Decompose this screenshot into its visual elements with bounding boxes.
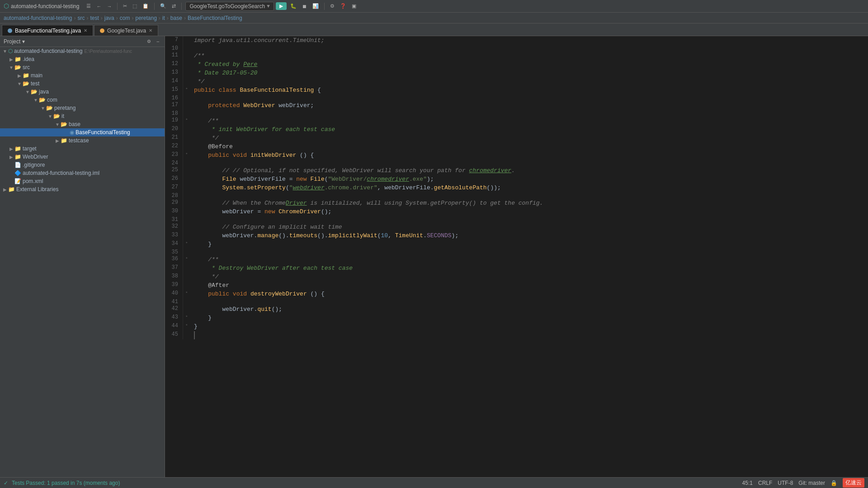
vcs-status[interactable]: Git: master [798, 480, 825, 486]
line-num-39: 39 [165, 281, 183, 290]
status-tests: Tests Passed: 1 passed in 7s (moments ag… [12, 480, 120, 486]
tree-label-pom: pom.xml [23, 178, 43, 184]
tree-item-test[interactable]: ▼ 📂 test [0, 80, 165, 88]
line-content-13: * Date 2017-05-20 [190, 69, 868, 77]
forward-btn[interactable]: → [105, 3, 113, 10]
encoding[interactable]: UTF-8 [778, 480, 793, 486]
line-content-38: */ [190, 272, 868, 281]
breadcrumb-base[interactable]: base [170, 15, 182, 21]
line-content-37: * Destroy WebDriver after each test case [190, 264, 868, 272]
cursor-position[interactable]: 45:1 [742, 480, 753, 486]
replace-btn[interactable]: ⇄ [170, 2, 178, 10]
paste-btn[interactable]: 📋 [141, 2, 151, 10]
tree-label-src: src [23, 64, 30, 70]
breadcrumb-java[interactable]: java [104, 15, 114, 21]
copy-btn[interactable]: ⬚ [131, 2, 139, 10]
tree-item-java[interactable]: ▼ 📂 java [0, 88, 165, 96]
line-content-16 [190, 94, 868, 101]
toggle-testcase: ▶ [54, 138, 61, 143]
tree-item-base[interactable]: ▼ 📂 base [0, 120, 165, 128]
breadcrumb-src[interactable]: src [77, 15, 85, 21]
gutter-40: ◦ [183, 290, 190, 298]
line-num-28: 28 [165, 192, 183, 199]
tab-google-test[interactable]: GoogleTest.java ✕ [94, 25, 158, 36]
gutter-44: ◦ [183, 322, 190, 331]
tree-item-src[interactable]: ▼ 📂 src [0, 63, 165, 71]
line-num-34: 34 [165, 240, 183, 249]
gutter-35 [183, 249, 190, 255]
code-line-31: 31 [165, 216, 868, 223]
code-line-26: 26 File webDriverFile = new File("WebDri… [165, 175, 868, 183]
code-line-19: 19 ◦ /** [165, 117, 868, 125]
line-content-21: */ [190, 134, 868, 142]
line-ending[interactable]: CRLF [758, 480, 772, 486]
run-button[interactable]: ▶ [276, 2, 287, 10]
run-config[interactable]: GoogleTest.goToGoogleSearch ▼ [185, 2, 274, 11]
line-num-16: 16 [165, 94, 183, 101]
tree-item-gitignore[interactable]: 📄 .gitignore [0, 161, 165, 169]
tree-item-testcase[interactable]: ▶ 📁 testcase [0, 136, 165, 145]
line-content-23: public void initWebDriver () { [190, 151, 868, 160]
breadcrumb-root[interactable]: automated-functional-testing [4, 15, 72, 21]
tree-item-external[interactable]: ▶ 📁 External Libraries [0, 185, 165, 193]
line-num-17: 17 [165, 101, 183, 110]
sidebar-collapse-btn[interactable]: – [155, 38, 161, 45]
breadcrumb-file[interactable]: BaseFunctionalTesting [188, 15, 242, 21]
line-content-22: @Before [190, 142, 868, 151]
line-content-11: /** [190, 52, 868, 60]
line-content-28 [190, 192, 868, 199]
tree-item-it[interactable]: ▼ 📂 it [0, 112, 165, 120]
gutter-45 [183, 331, 190, 339]
tab-base-functional-testing[interactable]: BaseFunctionalTesting.java ✕ [2, 25, 93, 36]
line-content-25: // // Optional, if not specified, WebDri… [190, 166, 868, 175]
line-num-44: 44 [165, 322, 183, 331]
code-line-13: 13 * Date 2017-05-20 [165, 69, 868, 77]
breadcrumb-com[interactable]: com [120, 15, 130, 21]
gutter-15: ◦ [183, 86, 190, 94]
tree-item-pom[interactable]: 📝 pom.xml [0, 177, 165, 185]
code-line-27: 27 System.setProperty("webdriver.chrome.… [165, 183, 868, 192]
tree-item-root[interactable]: ▼ ⬡ automated-functional-testing E:\Pere… [0, 47, 165, 55]
sep4: › [116, 15, 118, 21]
code-line-34: 34 ◦ } [165, 240, 868, 249]
breadcrumb-peretang[interactable]: peretang [135, 15, 156, 21]
find-btn[interactable]: 🔍 [158, 2, 168, 10]
breadcrumb-it[interactable]: it [162, 15, 165, 21]
menu-btn[interactable]: ☰ [85, 2, 93, 10]
gutter-38 [183, 272, 190, 281]
tab-close-google[interactable]: ✕ [149, 28, 152, 33]
sidebar-settings-btn[interactable]: ⚙ [145, 38, 153, 45]
tree-item-idea[interactable]: ▶ 📁 .idea [0, 55, 165, 63]
debug-btn[interactable]: 🐛 [288, 2, 298, 10]
tree-item-main[interactable]: ▶ 📁 main [0, 71, 165, 80]
settings-btn[interactable]: ⚙ [328, 2, 336, 10]
tree-item-peretang[interactable]: ▼ 📂 peretang [0, 104, 165, 112]
tab-close-base[interactable]: ✕ [84, 28, 87, 33]
stop-btn[interactable]: ⏹ [300, 3, 309, 10]
back-btn[interactable]: ← [94, 3, 103, 10]
code-line-38: 38 */ [165, 272, 868, 281]
sep6: › [159, 15, 160, 21]
breadcrumb-test[interactable]: test [90, 15, 99, 21]
code-line-36: 36 ◦ /** [165, 255, 868, 264]
cut-btn[interactable]: ✂ [121, 2, 129, 10]
terminal-btn[interactable]: ▣ [350, 2, 358, 10]
folder-java-icon: 📂 [31, 89, 38, 95]
gutter-18 [183, 110, 190, 117]
tree-item-basefunctional[interactable]: ◉ BaseFunctionalTesting [0, 128, 165, 136]
line-num-13: 13 [165, 69, 183, 77]
tree-item-webdriver[interactable]: ▶ 📁 WebDriver [0, 153, 165, 161]
tree-label-basefunctional: BaseFunctionalTesting [75, 129, 130, 136]
code-editor[interactable]: 7 import java.util.concurrent.TimeUnit; … [165, 36, 868, 477]
tab-icon-orange [100, 28, 104, 33]
help-btn[interactable]: ❓ [338, 2, 348, 10]
tree-item-iml[interactable]: 🔷 automated-functional-testing.iml [0, 169, 165, 177]
tree-item-target[interactable]: ▶ 📁 target [0, 145, 165, 153]
tree-item-com[interactable]: ▼ 📂 com [0, 96, 165, 104]
code-line-44: 44 ◦ } [165, 322, 868, 331]
gutter-7 [183, 36, 190, 45]
gutter-42 [183, 305, 190, 314]
main-content: Project ▾ ⚙ – ▼ ⬡ automated-functional-t… [0, 36, 868, 477]
coverage-btn[interactable]: 📊 [311, 2, 321, 10]
gutter-33 [183, 231, 190, 240]
